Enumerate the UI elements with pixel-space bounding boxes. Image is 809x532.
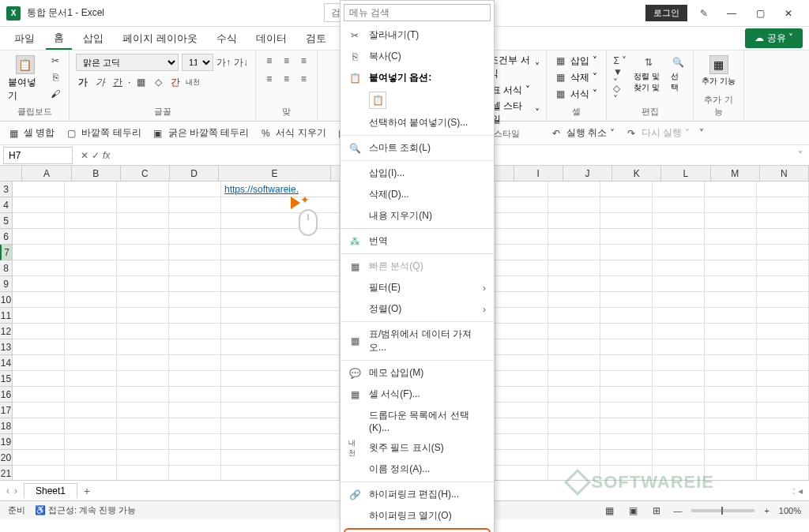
ctx-remove-hyperlink[interactable]: 🔗하이퍼링크 제거(R): [344, 528, 491, 532]
cell[interactable]: [117, 245, 169, 260]
row-header-21[interactable]: 21: [0, 466, 12, 480]
cell[interactable]: [600, 197, 653, 212]
zoom-slider[interactable]: [691, 509, 754, 512]
paste-button[interactable]: 📋 붙여넣기: [6, 54, 43, 104]
cell[interactable]: [600, 245, 653, 260]
cell[interactable]: [496, 197, 548, 212]
menu-search-input[interactable]: [344, 4, 491, 21]
login-badge[interactable]: 로그인: [645, 5, 687, 21]
cell[interactable]: [548, 276, 600, 291]
cell[interactable]: [496, 450, 548, 465]
cell[interactable]: [13, 260, 65, 275]
cell[interactable]: [600, 229, 653, 244]
cell[interactable]: [117, 260, 169, 275]
cell[interactable]: [705, 229, 757, 244]
cell[interactable]: [548, 292, 600, 307]
cell[interactable]: [757, 182, 809, 197]
menu-insert[interactable]: 삽입: [75, 28, 111, 49]
cell[interactable]: [653, 371, 705, 386]
close-button[interactable]: ✕: [774, 2, 803, 25]
page-layout-view-icon[interactable]: ▣: [626, 504, 640, 518]
add-sheet-button[interactable]: +: [84, 485, 90, 497]
cell[interactable]: [653, 324, 705, 339]
cell[interactable]: [221, 418, 340, 433]
cell[interactable]: [600, 371, 653, 386]
ctx-insert[interactable]: 삽입(I)...: [341, 163, 494, 184]
ctx-show-field[interactable]: 내천윗주 필드 표시(S): [341, 437, 494, 459]
align-center-icon[interactable]: ≡: [280, 72, 294, 86]
cell[interactable]: [13, 292, 65, 307]
border-icon[interactable]: ▦: [134, 75, 148, 89]
row-header-6[interactable]: 6: [0, 229, 12, 245]
cell[interactable]: [496, 339, 548, 354]
format-painter-icon[interactable]: 🖌: [48, 87, 62, 101]
cell[interactable]: [496, 371, 548, 386]
cell[interactable]: [65, 371, 117, 386]
row-header-13[interactable]: 13: [0, 339, 12, 355]
ctx-copy[interactable]: ⎘복사(C): [341, 46, 494, 67]
cell[interactable]: [653, 276, 705, 291]
cell[interactable]: [117, 276, 169, 291]
cell[interactable]: [117, 418, 169, 433]
cell[interactable]: [757, 339, 809, 354]
cell[interactable]: [117, 466, 169, 480]
share-button[interactable]: ☁ 공유 ˅: [745, 28, 803, 48]
cell[interactable]: [13, 308, 65, 323]
col-header-b[interactable]: B: [72, 166, 121, 181]
cell[interactable]: [705, 371, 757, 386]
cell[interactable]: [705, 387, 757, 402]
cell[interactable]: [221, 403, 340, 418]
pen-icon[interactable]: ✎: [697, 6, 711, 21]
zoom-level[interactable]: 100%: [779, 506, 801, 515]
font-name-select[interactable]: 맑은 고딕: [76, 54, 179, 71]
cell[interactable]: [65, 197, 117, 212]
cell[interactable]: [117, 434, 169, 449]
row-header-8[interactable]: 8: [0, 260, 12, 276]
cell[interactable]: [169, 339, 221, 354]
cell[interactable]: [496, 466, 548, 480]
cell[interactable]: [169, 324, 221, 339]
row-header-10[interactable]: 10: [0, 292, 12, 308]
cell[interactable]: [169, 213, 221, 228]
font-color-icon[interactable]: 간: [168, 75, 182, 89]
cell[interactable]: [757, 466, 809, 480]
cell[interactable]: [757, 355, 809, 370]
cell[interactable]: [65, 292, 117, 307]
cell[interactable]: [221, 292, 340, 307]
cell[interactable]: [653, 213, 705, 228]
cell[interactable]: [65, 260, 117, 275]
ctx-get-data[interactable]: ▦표/범위에서 데이터 가져오...: [341, 324, 494, 358]
cell[interactable]: [169, 418, 221, 433]
cell[interactable]: [757, 260, 809, 275]
sheet-scroll-indicator[interactable]: : ◂: [792, 485, 803, 496]
cell[interactable]: [600, 339, 653, 354]
row-header-20[interactable]: 20: [0, 450, 12, 466]
cell[interactable]: [221, 371, 340, 386]
cell[interactable]: [13, 418, 65, 433]
merge-cells-button[interactable]: ▦셀 병합: [6, 126, 55, 140]
col-header-i[interactable]: I: [514, 166, 563, 181]
row-header-7[interactable]: 7: [0, 245, 12, 260]
cell[interactable]: [65, 276, 117, 291]
cell[interactable]: [600, 308, 653, 323]
col-header-e[interactable]: E: [219, 166, 330, 181]
cell[interactable]: [600, 213, 653, 228]
cell[interactable]: [653, 260, 705, 275]
cell[interactable]: [496, 324, 548, 339]
cell[interactable]: [496, 260, 548, 275]
align-bot-icon[interactable]: ≡: [296, 54, 310, 68]
cell[interactable]: [757, 418, 809, 433]
col-header-l[interactable]: L: [661, 166, 710, 181]
cell[interactable]: [757, 276, 809, 291]
cell[interactable]: [13, 339, 65, 354]
cell[interactable]: [169, 403, 221, 418]
col-header-c[interactable]: C: [121, 166, 170, 181]
cell[interactable]: [548, 182, 600, 197]
cells-insert-button[interactable]: ▦삽입 ˅: [553, 54, 600, 68]
col-header-m[interactable]: M: [711, 166, 760, 181]
cell[interactable]: [705, 182, 757, 197]
cell[interactable]: [65, 466, 117, 480]
row-header-16[interactable]: 16: [0, 387, 12, 403]
align-mid-icon[interactable]: ≡: [280, 54, 294, 68]
cell[interactable]: [653, 245, 705, 260]
